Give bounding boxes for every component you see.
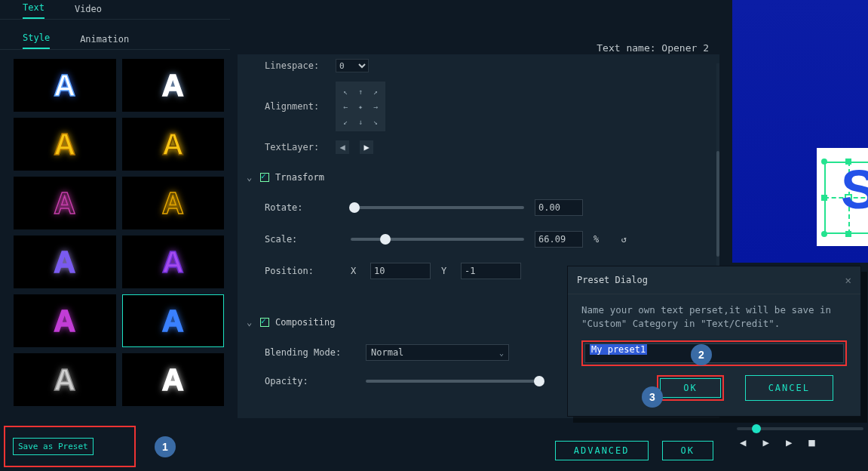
dialog-ok-button[interactable]: OK <box>660 378 720 398</box>
preset-glyph: A <box>54 245 75 279</box>
chevron-down-icon: ⌄ <box>247 317 254 328</box>
preset-glyph: A <box>162 128 184 162</box>
preset-glyph: A <box>54 186 75 220</box>
prev-frame-icon[interactable]: ◀ <box>740 436 746 448</box>
preset-glyph: A <box>162 363 184 397</box>
align-se-icon[interactable]: ↘ <box>369 115 382 128</box>
preview-glyph: S <box>841 159 868 220</box>
rotate-input[interactable] <box>535 199 583 216</box>
dialog-ok-highlight: OK <box>657 375 723 401</box>
compositing-checkbox[interactable] <box>260 318 269 327</box>
tab-animation[interactable]: Animation <box>80 34 129 49</box>
dialog-input-highlight: My preset1 <box>581 340 847 366</box>
tab-style[interactable]: Style <box>23 32 50 49</box>
position-x-label: X <box>351 266 360 276</box>
preset-item[interactable]: A <box>122 118 225 171</box>
align-n-icon[interactable]: ↑ <box>354 85 367 98</box>
preset-item[interactable]: A <box>122 353 225 406</box>
position-y-input[interactable] <box>461 263 521 279</box>
rotate-slider[interactable] <box>351 206 524 209</box>
scale-unit: % <box>593 234 607 245</box>
preset-item[interactable]: A <box>122 294 225 347</box>
linespace-select[interactable]: 0 <box>336 59 369 72</box>
align-center-icon[interactable]: ✦ <box>354 100 367 113</box>
preset-glyph: A <box>54 128 75 162</box>
preset-glyph: A <box>54 363 75 397</box>
preset-item[interactable]: A <box>122 236 225 288</box>
close-icon[interactable]: ✕ <box>845 274 851 286</box>
handle-s-icon[interactable] <box>845 231 851 237</box>
align-nw-icon[interactable]: ↖ <box>339 85 352 98</box>
text-name-label: Text name: Opener 2 <box>597 42 709 54</box>
align-s-icon[interactable]: ↓ <box>354 115 367 128</box>
handle-w-icon[interactable] <box>821 195 827 201</box>
play-icon[interactable]: ▶ <box>786 436 792 448</box>
alignment-grid[interactable]: ↖↑↗ ←✦→ ↙↓↘ <box>336 82 385 131</box>
preview-area: S <box>732 0 868 263</box>
next-frame-icon[interactable]: ▶ <box>762 436 768 448</box>
preview-canvas[interactable]: S <box>817 148 868 246</box>
preset-item[interactable]: A <box>14 236 116 288</box>
tab-video[interactable]: Video <box>75 4 102 19</box>
save-as-preset-button[interactable]: Save as Preset <box>13 438 94 455</box>
preset-item[interactable]: A <box>122 59 225 112</box>
stop-icon[interactable]: ■ <box>808 436 814 448</box>
preset-dialog: Preset Dialog ✕ Name your own text perse… <box>567 266 861 417</box>
preset-item[interactable]: A <box>14 118 116 171</box>
align-w-icon[interactable]: ← <box>339 100 352 113</box>
align-ne-icon[interactable]: ↗ <box>369 85 382 98</box>
preset-name-input[interactable]: My preset1 <box>584 343 844 363</box>
reset-icon[interactable]: ↺ <box>618 233 630 245</box>
tab-text[interactable]: Text <box>23 2 44 19</box>
scale-slider[interactable] <box>351 238 524 241</box>
preset-glyph: A <box>162 304 184 338</box>
transform-title: Trnasform <box>275 172 324 183</box>
blending-mode-value: Normal <box>371 347 403 358</box>
handle-sw-icon[interactable] <box>821 231 827 237</box>
dialog-cancel-button[interactable]: CANCEL <box>745 375 833 401</box>
opacity-label: Opacity: <box>265 376 355 386</box>
preset-item[interactable]: A <box>122 177 225 229</box>
dialog-description: Name your own text perset,it will be sav… <box>581 303 847 330</box>
position-y-label: Y <box>441 266 450 276</box>
rotate-label: Rotate: <box>265 202 340 213</box>
preset-glyph: A <box>54 69 75 103</box>
timeline-slider[interactable] <box>737 427 863 430</box>
dialog-title: Preset Dialog <box>577 275 648 285</box>
timeline-controls: ◀ ▶ ▶ ■ <box>732 421 868 448</box>
position-x-input[interactable] <box>370 263 431 279</box>
preset-item[interactable]: A <box>14 353 116 406</box>
step-badge-3: 3 <box>642 386 663 408</box>
save-preset-highlight: Save as Preset <box>4 426 136 467</box>
preset-glyph: A <box>162 245 184 279</box>
align-e-icon[interactable]: → <box>369 100 382 113</box>
handle-nw-icon[interactable] <box>821 159 827 165</box>
preset-item[interactable]: A <box>14 177 116 229</box>
scale-input[interactable] <box>535 231 583 248</box>
preset-scroll-area[interactable]: AAAAAAAAAAAA <box>14 59 224 423</box>
primary-tabs: Text Video <box>0 0 230 20</box>
ok-button[interactable]: OK <box>662 441 713 460</box>
preset-glyph: A <box>162 186 184 220</box>
chevron-down-icon: ⌄ <box>247 172 254 183</box>
textlayer-prev-icon[interactable]: ◀ <box>336 140 349 154</box>
textlayer-label: TextLayer: <box>265 142 325 152</box>
alignment-label: Alignment: <box>265 101 325 112</box>
preset-glyph: A <box>54 304 75 338</box>
preset-item[interactable]: A <box>14 59 116 112</box>
advanced-button[interactable]: ADVANCED <box>555 441 649 460</box>
position-label: Position: <box>265 266 340 276</box>
textlayer-next-icon[interactable]: ▶ <box>360 140 373 154</box>
scale-label: Scale: <box>265 234 340 245</box>
preset-item[interactable]: A <box>14 294 116 347</box>
preset-glyph: A <box>162 69 184 103</box>
blending-mode-select[interactable]: Normal ⌄ <box>366 344 509 361</box>
step-badge-1: 1 <box>155 436 176 457</box>
footer-buttons: ADVANCED OK <box>555 441 713 460</box>
transform-section-header[interactable]: ⌄ Trnasform <box>238 166 719 189</box>
align-sw-icon[interactable]: ↙ <box>339 115 352 128</box>
transform-checkbox[interactable] <box>260 173 269 182</box>
opacity-slider[interactable] <box>366 380 539 383</box>
transform-box[interactable]: S <box>824 162 868 234</box>
step-badge-2: 2 <box>691 344 712 365</box>
